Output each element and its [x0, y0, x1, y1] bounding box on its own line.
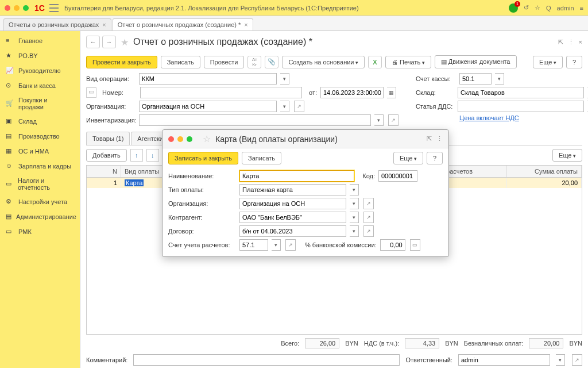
dropdown-icon[interactable]: ▾: [374, 114, 384, 126]
help-button[interactable]: ?: [566, 56, 582, 68]
modal-post-close-button[interactable]: Записать и закрыть: [168, 152, 238, 164]
move-down-button[interactable]: ↓: [146, 149, 159, 162]
open-ref-icon[interactable]: ↗: [363, 198, 374, 209]
sidebar-item-sales[interactable]: 🛒Покупки и продажи: [0, 93, 80, 114]
dropdown-icon[interactable]: ▾: [280, 73, 289, 85]
close-icon[interactable]: [168, 136, 174, 142]
user-label[interactable]: admin: [557, 5, 574, 12]
maximize-icon[interactable]: [187, 136, 192, 142]
link-icon[interactable]: ⇱: [558, 39, 563, 46]
modal-help-button[interactable]: ?: [427, 152, 443, 164]
favorites-icon[interactable]: ☆: [535, 4, 540, 12]
open-ref-icon[interactable]: ↗: [363, 225, 374, 237]
dds-input[interactable]: [458, 101, 584, 112]
dropdown-icon[interactable]: ▾: [272, 239, 281, 251]
code-input[interactable]: [378, 170, 417, 182]
favorite-icon[interactable]: ☆: [203, 133, 211, 144]
sidebar-item-manager[interactable]: 📈Руководителю: [0, 63, 80, 78]
history-icon[interactable]: ↺: [524, 4, 529, 12]
grid-more-button[interactable]: Еще: [552, 149, 582, 162]
tab-report-create[interactable]: Отчет о розничных продажах (создание) * …: [113, 18, 253, 30]
nav-back-button[interactable]: ←: [86, 36, 100, 48]
comment-input[interactable]: [133, 354, 400, 366]
close-icon[interactable]: ×: [102, 21, 106, 28]
dropdown-icon[interactable]: ▾: [280, 101, 289, 112]
more-icon[interactable]: ⋮: [436, 135, 443, 143]
modal-more-button[interactable]: Еще: [393, 152, 423, 164]
dropdown-icon[interactable]: ▾: [350, 225, 359, 237]
more-icon[interactable]: ⋮: [568, 39, 574, 46]
sidebar-item-rmk[interactable]: ▭РМК: [0, 224, 80, 239]
favorite-icon[interactable]: ★: [121, 37, 129, 48]
date-input[interactable]: [320, 87, 384, 98]
op-type-input[interactable]: [139, 73, 277, 85]
move-up-button[interactable]: ↑: [130, 149, 143, 162]
nav-doc-icon[interactable]: ▭: [86, 87, 96, 98]
tab-reports-list[interactable]: Отчеты о розничных продажах ×: [3, 18, 111, 30]
sidebar-item-admin[interactable]: ▤Администрирование: [0, 209, 80, 224]
sidebar-item-production[interactable]: ▤Производство: [0, 129, 80, 144]
dropdown-icon[interactable]: ▾: [350, 184, 359, 195]
dropdown-icon[interactable]: ▾: [556, 354, 565, 366]
name-input[interactable]: [239, 170, 354, 182]
number-input[interactable]: [140, 87, 302, 98]
sidebar-item-assets[interactable]: ▦ОС и НМА: [0, 144, 80, 159]
open-ref-icon[interactable]: ↗: [572, 354, 582, 366]
acc-input[interactable]: [239, 239, 268, 251]
kassa-acc-input[interactable]: [459, 73, 492, 85]
nav-fwd-button[interactable]: →: [102, 36, 116, 48]
open-ref-icon[interactable]: ↗: [294, 101, 304, 112]
create-based-button[interactable]: Создать на основании: [282, 56, 365, 68]
inv-input[interactable]: [139, 114, 371, 126]
sidebar-item-warehouse[interactable]: ▣Склад: [0, 114, 80, 129]
dt-kt-button[interactable]: АтКт: [247, 56, 261, 68]
notifications-icon[interactable]: [509, 3, 518, 13]
tab-label: Отчет о розничных продажах (создание) *: [118, 21, 241, 28]
open-ref-icon[interactable]: ↗: [285, 239, 296, 251]
sidebar-item-salary[interactable]: ☺Зарплата и кадры: [0, 159, 80, 174]
sidebar-item-poby[interactable]: ★PO.BY: [0, 48, 80, 63]
dropdown-icon[interactable]: ▾: [350, 212, 359, 223]
sidebar-item-tax[interactable]: ▭Налоги и отчетность: [0, 174, 80, 194]
print-button[interactable]: 🖨 Печать: [385, 56, 431, 68]
tab-goods[interactable]: Товары (1): [86, 132, 130, 145]
sidebar-item-bank[interactable]: ⊙Банк и касса: [0, 78, 80, 93]
open-ref-icon[interactable]: ↗: [388, 114, 399, 126]
open-ref-icon[interactable]: ↗: [363, 212, 374, 223]
maximize-window-icon[interactable]: [23, 5, 29, 11]
excel-button[interactable]: X: [368, 56, 382, 68]
write-button[interactable]: Записать: [161, 56, 200, 68]
post-button[interactable]: Провести: [204, 56, 245, 68]
contr-input[interactable]: [239, 212, 346, 223]
more-button[interactable]: Еще: [533, 56, 563, 68]
main-menu-icon[interactable]: [49, 4, 59, 12]
close-doc-icon[interactable]: ×: [579, 39, 582, 45]
minimize-window-icon[interactable]: [14, 5, 20, 11]
search-icon[interactable]: Q: [546, 5, 551, 12]
post-close-button[interactable]: Провести и закрыть: [86, 56, 157, 68]
minimize-icon[interactable]: [177, 136, 183, 142]
warehouse-input[interactable]: [458, 87, 584, 98]
link-icon[interactable]: ⇱: [427, 135, 432, 143]
org-input[interactable]: [139, 101, 277, 112]
cart-icon: 🛒: [6, 99, 14, 108]
comm-input[interactable]: [380, 239, 405, 251]
type-input[interactable]: [239, 184, 346, 195]
settings-icon[interactable]: ≡: [580, 5, 583, 12]
sidebar-item-main[interactable]: ≡Главное: [0, 33, 80, 48]
close-icon[interactable]: ×: [244, 21, 247, 28]
morg-input[interactable]: [239, 198, 346, 209]
price-includes-vat-link[interactable]: Цена включает НДС: [459, 114, 519, 121]
attach-button[interactable]: 📎: [265, 56, 278, 68]
close-window-icon[interactable]: [5, 5, 10, 11]
add-row-button[interactable]: Добавить: [86, 149, 127, 162]
dropdown-icon[interactable]: ▾: [495, 73, 504, 85]
calc-icon[interactable]: ▭: [410, 239, 420, 251]
calendar-icon[interactable]: ▦: [387, 87, 396, 98]
movements-button[interactable]: ▤ Движения документа: [435, 55, 517, 68]
dropdown-icon[interactable]: ▾: [350, 198, 359, 209]
resp-input[interactable]: [458, 354, 550, 366]
contract-input[interactable]: [239, 225, 346, 237]
modal-write-button[interactable]: Записать: [242, 152, 281, 164]
sidebar-item-settings[interactable]: ⚙Настройки учета: [0, 194, 80, 209]
